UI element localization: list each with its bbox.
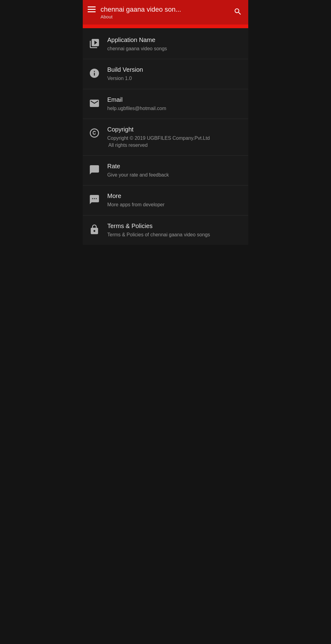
build-version-content: Build Version Version 1.0 <box>107 66 242 82</box>
info-icon <box>88 67 101 80</box>
copyright-title: Copyright <box>107 126 242 133</box>
app-name-item[interactable]: Application Name chennai gaana video son… <box>83 29 248 59</box>
copyright-item[interactable]: Copyright Copyright © 2019 UGBFILES Comp… <box>83 119 248 156</box>
accent-bar <box>83 25 248 28</box>
build-version-item[interactable]: Build Version Version 1.0 <box>83 59 248 89</box>
copyright-content: Copyright Copyright © 2019 UGBFILES Comp… <box>107 126 242 149</box>
page-subtitle: About <box>101 14 181 19</box>
rate-item[interactable]: Rate Give your rate and feedback <box>83 156 248 185</box>
copyright-subtitle: Copyright © 2019 UGBFILES Company.Pvt.Lt… <box>107 135 242 149</box>
about-list: Application Name chennai gaana video son… <box>83 28 248 245</box>
build-version-subtitle: Version 1.0 <box>107 75 242 82</box>
app-name-subtitle: chennai gaana video songs <box>107 45 242 52</box>
rate-title: Rate <box>107 162 242 170</box>
more-item[interactable]: More More apps from developer <box>83 185 248 215</box>
app-header: chennai gaana video son... About <box>83 0 248 25</box>
lock-icon <box>88 223 101 236</box>
terms-item[interactable]: Terms & Policies Terms & Policies of che… <box>83 215 248 245</box>
terms-content: Terms & Policies Terms & Policies of che… <box>107 222 242 238</box>
email-item[interactable]: Email help.ugbfiles@hotmail.com <box>83 89 248 119</box>
terms-subtitle: Terms & Policies of chennai gaana video … <box>107 231 242 238</box>
email-content: Email help.ugbfiles@hotmail.com <box>107 96 242 112</box>
build-version-title: Build Version <box>107 66 242 73</box>
copyright-icon <box>88 126 101 140</box>
more-subtitle: More apps from developer <box>107 201 242 208</box>
search-icon <box>234 7 242 16</box>
terms-title: Terms & Policies <box>107 222 242 230</box>
email-title: Email <box>107 96 242 103</box>
video-library-icon <box>88 37 101 50</box>
app-name-content: Application Name chennai gaana video son… <box>107 36 242 52</box>
rate-content: Rate Give your rate and feedback <box>107 162 242 178</box>
page-title: chennai gaana video son... <box>101 5 181 14</box>
header-left: chennai gaana video son... About <box>88 5 232 19</box>
more-content: More More apps from developer <box>107 192 242 208</box>
hamburger-menu-icon[interactable] <box>88 6 96 12</box>
more-apps-icon <box>88 193 101 206</box>
rate-subtitle: Give your rate and feedback <box>107 172 242 178</box>
email-subtitle: help.ugbfiles@hotmail.com <box>107 105 242 112</box>
rate-review-icon <box>88 163 101 177</box>
header-title-block: chennai gaana video son... About <box>101 5 181 19</box>
more-title: More <box>107 192 242 200</box>
search-button[interactable] <box>232 6 243 18</box>
app-name-title: Application Name <box>107 36 242 44</box>
email-icon <box>88 97 101 110</box>
